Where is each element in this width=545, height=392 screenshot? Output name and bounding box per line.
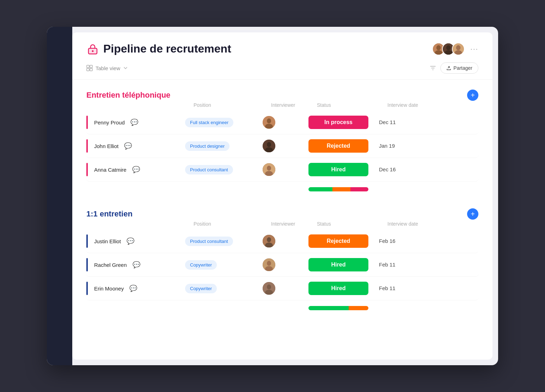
status-badge: Hired bbox=[308, 163, 368, 176]
svg-point-4 bbox=[436, 45, 441, 50]
progress-seg-orange bbox=[332, 187, 350, 191]
interviewer-cell bbox=[263, 258, 308, 271]
progress-row bbox=[86, 182, 478, 194]
col-header-date: Interview date bbox=[387, 102, 451, 108]
status-badge: Rejected bbox=[308, 234, 368, 248]
candidate-name: Erin Mooney bbox=[94, 286, 124, 292]
chevron-down-icon bbox=[123, 66, 128, 71]
status-cell: In process bbox=[308, 116, 379, 129]
interviewer-avatar bbox=[263, 116, 275, 129]
svg-point-10 bbox=[456, 45, 460, 50]
interviewer-cell bbox=[263, 282, 308, 295]
section-oneonone-header: 1:1 entretien + bbox=[86, 208, 478, 220]
position-badge: Full stack engineer bbox=[185, 118, 233, 127]
interview-date: Jan 19 bbox=[379, 143, 395, 149]
section-phone: Entretien téléphonique + Position Interv… bbox=[86, 90, 478, 194]
candidate-cell: Rachel Green 💬 bbox=[86, 258, 185, 271]
progress-row bbox=[86, 300, 478, 313]
chat-icon[interactable]: 💬 bbox=[130, 118, 138, 126]
toolbar-right: Partager bbox=[430, 62, 478, 74]
col-header-status: Status bbox=[317, 221, 387, 227]
left-bar bbox=[86, 282, 88, 295]
svg-point-32 bbox=[267, 284, 271, 289]
share-icon bbox=[446, 66, 451, 71]
share-label: Partager bbox=[453, 65, 472, 71]
position-cell: Product consultant bbox=[185, 237, 263, 246]
status-cell: Hired bbox=[308, 258, 379, 271]
avatar bbox=[452, 43, 465, 55]
col-header-position: Position bbox=[194, 221, 271, 227]
oneonone-rows: Justin Elliot 💬 Product consultant bbox=[86, 229, 478, 313]
content: Entretien téléphonique + Position Interv… bbox=[72, 80, 492, 360]
chat-icon[interactable]: 💬 bbox=[129, 284, 137, 292]
svg-point-2 bbox=[92, 50, 94, 52]
chat-icon[interactable]: 💬 bbox=[124, 142, 132, 150]
share-button[interactable]: Partager bbox=[440, 62, 478, 74]
date-cell: Dec 11 bbox=[379, 119, 442, 125]
interview-date: Feb 16 bbox=[379, 238, 396, 244]
candidate-name: Justin Elliot bbox=[94, 238, 121, 244]
left-sidebar bbox=[47, 27, 72, 365]
more-options-icon[interactable]: ··· bbox=[470, 45, 478, 53]
chat-icon[interactable]: 💬 bbox=[132, 166, 140, 173]
section-phone-header: Entretien téléphonique + bbox=[86, 90, 478, 101]
progress-bar bbox=[308, 303, 379, 310]
section-oneonone: 1:1 entretien + Position Interviewer Sta… bbox=[86, 208, 478, 313]
header: Pipeline de recrutement bbox=[72, 32, 492, 61]
left-bar bbox=[86, 116, 88, 129]
position-badge: Product designer bbox=[185, 141, 229, 151]
status-badge: Rejected bbox=[308, 139, 368, 153]
interviewer-avatar bbox=[263, 140, 275, 152]
add-phone-button[interactable]: + bbox=[467, 90, 478, 101]
interviewer-cell bbox=[263, 235, 308, 247]
interview-date: Feb 11 bbox=[379, 262, 396, 268]
avatar-group bbox=[432, 43, 465, 55]
table-view-button[interactable]: Table view bbox=[86, 65, 128, 71]
position-badge: Product consultant bbox=[185, 165, 233, 174]
svg-point-26 bbox=[267, 237, 271, 242]
col-header-date: Interview date bbox=[387, 221, 451, 227]
main-content: Pipeline de recrutement bbox=[72, 32, 492, 360]
chat-icon[interactable]: 💬 bbox=[127, 237, 134, 245]
interviewer-avatar bbox=[263, 163, 275, 176]
phone-rows: Penny Proud 💬 Full stack engineer bbox=[86, 111, 478, 194]
progress-seg-green bbox=[308, 306, 349, 310]
table-row: Erin Mooney 💬 Copywriter bbox=[86, 277, 478, 300]
position-cell: Full stack engineer bbox=[185, 118, 263, 127]
table-row: Anna Catmire 💬 Product consultant bbox=[86, 158, 478, 182]
candidate-cell: Erin Mooney 💬 bbox=[86, 282, 185, 295]
interviewer-avatar bbox=[263, 258, 275, 271]
header-right: ··· bbox=[432, 43, 478, 55]
svg-point-29 bbox=[267, 261, 271, 266]
filter-icon[interactable] bbox=[430, 65, 436, 71]
interviewer-cell bbox=[263, 163, 308, 176]
candidate-cell: John Elliot 💬 bbox=[86, 139, 185, 153]
status-cell: Hired bbox=[308, 163, 379, 176]
table-row: Penny Proud 💬 Full stack engineer bbox=[86, 111, 478, 134]
section-phone-title: Entretien téléphonique bbox=[86, 91, 170, 100]
interviewer-cell bbox=[263, 116, 308, 129]
interview-date: Dec 11 bbox=[379, 119, 396, 125]
candidate-cell: Penny Proud 💬 bbox=[86, 116, 185, 129]
svg-point-23 bbox=[267, 166, 271, 171]
status-badge: Hired bbox=[308, 258, 368, 271]
table-row: Justin Elliot 💬 Product consultant bbox=[86, 229, 478, 253]
date-cell: Jan 19 bbox=[379, 143, 442, 149]
status-badge: Hired bbox=[308, 282, 368, 295]
svg-point-20 bbox=[267, 142, 271, 147]
position-badge: Product consultant bbox=[185, 237, 233, 246]
interview-date: Dec 16 bbox=[379, 166, 396, 172]
add-oneonone-button[interactable]: + bbox=[467, 208, 478, 220]
progress-seg-pink bbox=[350, 187, 368, 191]
svg-rect-13 bbox=[90, 65, 92, 68]
section-oneonone-title: 1:1 entretien bbox=[86, 209, 133, 219]
date-cell: Feb 11 bbox=[379, 262, 442, 268]
candidate-name: Rachel Green bbox=[94, 262, 127, 268]
chat-icon[interactable]: 💬 bbox=[133, 261, 140, 269]
lock-icon bbox=[86, 43, 99, 55]
page-title: Pipeline de recrutement bbox=[103, 42, 231, 55]
progress-seg-orange bbox=[349, 306, 368, 310]
status-cell: Hired bbox=[308, 282, 379, 295]
status-cell: Rejected bbox=[308, 139, 379, 153]
svg-rect-12 bbox=[87, 65, 89, 68]
